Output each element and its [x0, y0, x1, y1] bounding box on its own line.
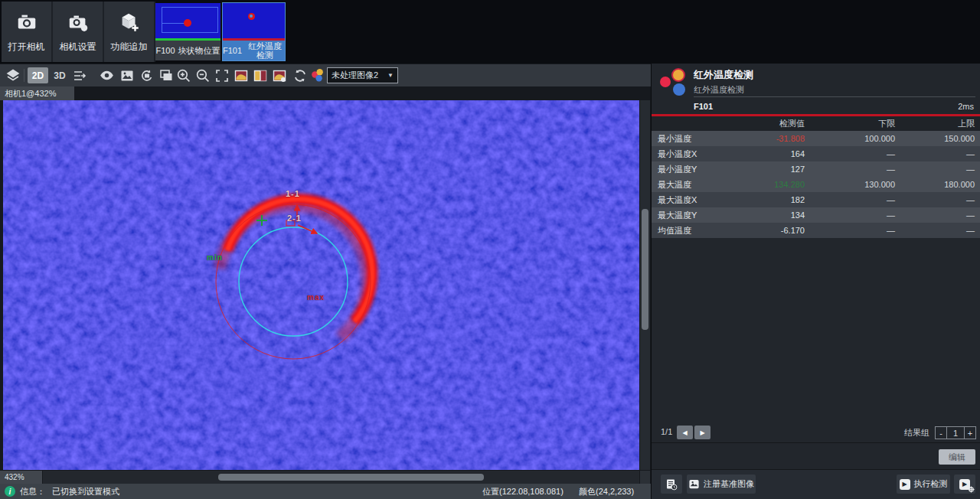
status-stripe-ok — [155, 38, 220, 41]
roi-label-2: 2-1 — [287, 214, 302, 223]
status-stripe-ng — [223, 38, 285, 41]
add-function-icon — [118, 11, 141, 36]
panel-action-bar: 注册基准图像 ▶ 执行检测 ▶ — [652, 470, 980, 499]
image-display-icon[interactable] — [118, 67, 136, 84]
layers-icon[interactable] — [4, 67, 21, 84]
stepper-minus-button[interactable]: - — [936, 427, 947, 439]
thumbnail-image-f100 — [155, 3, 220, 41]
table-row[interactable]: 最大温度Y 134 — — — [652, 207, 980, 223]
result-group-label: 结果组 — [904, 427, 929, 439]
scrollbar-corner — [640, 471, 650, 484]
overlay-save-icon[interactable] — [270, 67, 288, 84]
register-base-image-button[interactable]: 注册基准图像 — [687, 475, 756, 494]
col-header-value: 检测值 — [728, 118, 805, 129]
panel-title: 红外温度检测 — [694, 68, 753, 82]
image-source-select[interactable]: 未处理图像2 ▼ — [327, 67, 398, 83]
status-info-label: 信息： — [20, 486, 45, 497]
cursor-color: 颜色(24,2,233) — [579, 486, 634, 497]
horizontal-scrollbar[interactable] — [43, 471, 639, 484]
thumbnail-image-f101 — [223, 3, 285, 41]
chevron-right-icon: ▶ — [700, 429, 704, 436]
result-list-icon[interactable] — [70, 67, 88, 84]
inner-roi-circle[interactable] — [239, 227, 348, 336]
vertical-scroll-thumb[interactable] — [642, 209, 648, 330]
open-camera-button[interactable]: 打开相机 — [2, 2, 51, 62]
overlay-image-icon[interactable] — [232, 67, 250, 84]
thumbnail-label: 块状物位置 — [178, 46, 220, 55]
page-indicator: 1/1 — [661, 427, 672, 436]
table-row[interactable]: 最小温度 -31.808 100.000 150.000 — [652, 131, 980, 146]
flow-thumbnail-f100[interactable]: F100 块状物位置 — [155, 3, 220, 60]
max-annotation: max — [307, 293, 325, 302]
col-header-low: 下限 — [805, 118, 895, 129]
add-function-button[interactable]: 功能追加 — [104, 2, 154, 62]
color-palette-icon[interactable] — [309, 67, 326, 84]
camera-icon — [15, 11, 38, 36]
prev-result-button[interactable]: ◀ — [677, 426, 693, 439]
table-row[interactable]: 最小温度Y 127 — — — [652, 161, 980, 177]
open-camera-label: 打开相机 — [8, 41, 45, 54]
pagination-row: 1/1 ◀ ▶ 结果组 - 1 + — [652, 423, 980, 442]
status-bar: i 信息： 已切换到设置模式 位置(122.08,108.081) 颜色(24,… — [0, 484, 651, 499]
eye-icon[interactable] — [98, 67, 116, 84]
continuous-run-button[interactable]: ▶ — [954, 475, 975, 494]
run-detection-button[interactable]: ▶ 执行检测 — [897, 475, 950, 494]
application-window: 打开相机 相机设置 功能追加 — [0, 0, 980, 499]
execution-time: 2ms — [958, 102, 974, 111]
toolbar-separator — [24, 69, 24, 82]
play-icon: ▶ — [900, 479, 910, 490]
zoom-level-badge: 432% — [0, 471, 42, 484]
view-toolbar: 2D 3D — [0, 64, 651, 86]
edit-button[interactable]: 编辑 — [939, 449, 975, 465]
window-icon[interactable] — [157, 67, 175, 84]
module-id: F101 — [694, 102, 713, 111]
thumbnail-id: F101 — [223, 46, 242, 55]
main-tool-buttons: 打开相机 相机设置 功能追加 — [2, 2, 155, 62]
view-3d-button[interactable]: 3D — [51, 67, 69, 83]
thermal-image-view[interactable]: 1-1 2-1 min max — [3, 100, 639, 470]
camera-view-tab[interactable]: 相机1@432% — [0, 86, 74, 100]
report-clock-icon — [665, 478, 678, 491]
detection-panel: 红外温度检测 红外温度检测 F101 2ms 检测值 下限 上限 最小温度 -3… — [651, 64, 980, 499]
panel-divider — [694, 96, 975, 97]
chevron-down-icon: ▼ — [387, 72, 394, 79]
roi-label-1: 1-1 — [286, 189, 300, 198]
table-row[interactable]: 最大温度 134.280 130.000 180.000 — [652, 177, 980, 192]
min-annotation: min — [207, 253, 223, 262]
next-result-button[interactable]: ▶ — [694, 426, 710, 439]
base-image-icon — [688, 478, 700, 490]
add-function-label: 功能追加 — [111, 41, 148, 54]
table-row[interactable]: 最小温度X 164 — — — [652, 146, 980, 161]
image-source-value: 未处理图像2 — [332, 70, 378, 81]
zoom-in-icon[interactable] — [175, 67, 192, 84]
top-bar: 打开相机 相机设置 功能追加 — [0, 0, 980, 64]
module-color-icon — [658, 67, 690, 99]
zoom-out-icon[interactable] — [194, 67, 211, 84]
fit-view-icon[interactable] — [213, 67, 230, 84]
roi-annotation-layer — [3, 100, 639, 470]
vertical-scrollbar[interactable] — [640, 100, 650, 470]
register-base-image-label: 注册基准图像 — [704, 478, 754, 490]
horizontal-scroll-thumb[interactable] — [218, 474, 484, 481]
refresh-icon[interactable] — [291, 67, 309, 84]
overlay-split-icon[interactable] — [251, 67, 269, 84]
table-row[interactable]: 最大温度X 182 — — — [652, 192, 980, 207]
camera-settings-label: 相机设置 — [60, 41, 96, 54]
view-2d-button[interactable]: 2D — [28, 67, 48, 83]
flow-thumbnail-f101[interactable]: F101 红外温度检测 — [223, 3, 285, 60]
roi-angle-arrow — [298, 225, 317, 233]
camera-settings-button[interactable]: 相机设置 — [53, 2, 103, 62]
table-row[interactable]: 均值温度 -6.170 — — — [652, 223, 980, 238]
panel-separator — [652, 442, 980, 443]
cursor-position: 位置(122.08,108.081) — [482, 486, 564, 497]
thumbnail-label: 红外温度检测 — [245, 41, 285, 60]
camera-settings-icon — [67, 11, 90, 36]
chevron-left-icon: ◀ — [682, 429, 687, 436]
col-header-high: 上限 — [895, 118, 975, 129]
run-detection-label: 执行检测 — [914, 478, 948, 490]
result-history-button[interactable] — [661, 475, 682, 494]
stepper-plus-button[interactable]: + — [964, 427, 975, 439]
rotate-icon[interactable] — [138, 67, 155, 84]
gear-badge-icon — [968, 486, 975, 493]
stepper-value: 1 — [947, 427, 964, 439]
